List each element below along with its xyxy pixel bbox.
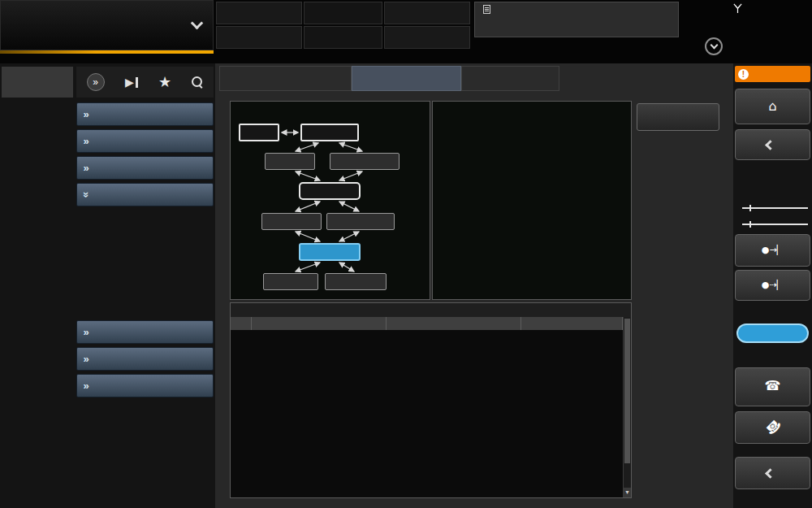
app-root: » ▶ ★ » » » » » » » [0,0,812,508]
menu-group-dl-rmc[interactable]: » [76,374,214,397]
header-time-at-rrc [521,317,623,330]
home-button[interactable]: ⌂ [735,89,810,124]
chevron-right-icon: » [77,162,95,174]
state-ue-origination [261,213,322,230]
chevron-right-icon: » [77,135,95,147]
menu-group-frequency[interactable]: » [76,129,214,153]
state-nw-release [325,273,387,290]
start-call-button[interactable]: ☎ [735,367,810,406]
operation-band-field[interactable] [216,26,302,49]
state-registration [330,153,400,170]
ue-report-panel [432,101,632,300]
trace-scrollbar[interactable]: ▼ [623,317,631,497]
trace-table-body [231,330,623,497]
buffer-size-tooltip [474,2,679,37]
continuous-run-icon: ●⇢▏ [762,280,784,290]
end-call-button[interactable]: ☎ [735,411,810,444]
chevron-down-icon[interactable] [191,17,204,30]
tab-ip-data[interactable] [461,66,559,91]
signaling-trace-panel: ▼ [230,302,632,498]
trace-table-header [231,317,623,330]
menu-group-level[interactable]: » [76,156,214,180]
menu-group-npdcch[interactable]: » [76,320,214,344]
state-idle-regist [299,182,361,200]
scrollbar-down-arrow[interactable]: ▼ [624,488,631,497]
phone-selector[interactable] [0,0,214,50]
chevron-left-icon [765,468,775,479]
single-run-icon: ●→▏ [762,245,784,255]
preset-button[interactable] [735,129,810,160]
state-idle [300,124,359,141]
continuous-button[interactable]: ●⇢▏ [735,270,810,301]
connection-status-badge [736,323,809,343]
menu-group-general[interactable]: » [76,102,214,126]
state-nw-origination [326,213,395,230]
ul-channel-field[interactable] [216,2,302,24]
header-message [252,317,387,330]
tab-signaling[interactable] [352,66,461,91]
header-description [387,317,521,330]
chevron-right-icon: » [77,353,95,365]
sequence-monitor-panel [230,101,430,300]
input-level-field[interactable] [384,2,470,24]
topbar-spacer-cell [304,2,382,24]
top-bar [0,0,812,63]
chevron-right-icon: » [77,108,95,120]
home-icon: ⌂ [768,98,776,114]
tx-level-line [742,207,808,209]
state-detach [265,153,315,170]
chevron-right-icon: » [77,326,95,338]
favorite-star-icon[interactable]: ★ [158,73,171,91]
tx-rx-indicator [735,200,810,232]
phone-accent-bar [0,50,214,54]
scrollbar-thumb[interactable] [624,319,630,463]
menu-button[interactable] [735,457,810,489]
step-forward-icon[interactable]: ▶ [125,76,138,89]
phone-down-icon: ☎ [762,416,783,436]
band-cal-button[interactable]: ! [735,66,810,82]
rx-level-line [742,224,808,225]
chevron-right-icon: » [77,380,95,392]
menu-group-signal[interactable]: » [76,183,214,206]
state-off [239,124,279,141]
phone-icon: ☎ [765,380,781,393]
device-info [732,3,810,16]
tab-measurement[interactable] [219,66,352,91]
state-connected [299,243,361,261]
antenna-icon [732,3,743,14]
sidebar-item-common[interactable] [2,67,73,98]
header-us [231,317,252,330]
signaling-trace-title [231,303,631,317]
chevron-down-icon: » [80,186,93,204]
quick-icons-bar: » ▶ ★ [76,67,214,98]
menu-group-ul-rmc[interactable]: » [76,347,214,371]
next-circle-icon[interactable]: » [87,73,105,91]
alert-icon: ! [738,69,749,80]
coexisting-bandwidth-field [304,26,382,49]
expand-circle-button[interactable] [705,37,723,55]
chevron-left-icon [765,140,775,150]
output-level-field[interactable] [384,26,470,49]
trace-clear-button[interactable] [637,103,719,131]
single-button[interactable]: ●→▏ [735,234,810,267]
search-icon[interactable] [192,76,203,88]
document-icon [483,5,490,14]
state-ue-release [263,273,318,290]
chevron-down-icon [710,41,718,50]
